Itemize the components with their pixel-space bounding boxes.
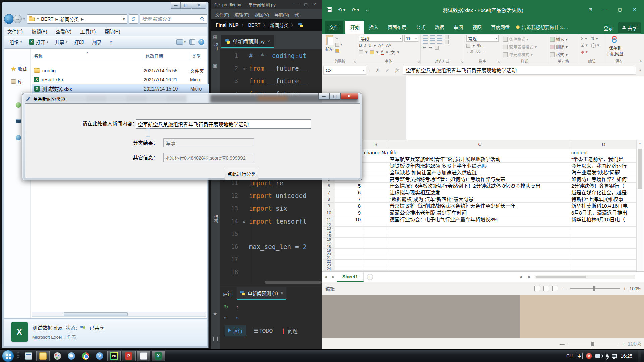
column-header-name[interactable]: 名称 ▴ [31, 51, 143, 60]
formula-input[interactable]: 空军航空兵某旅组织青年飞行员开展现地教学活动 [403, 66, 636, 75]
vertical-scrollbar[interactable]: ▲ [636, 140, 643, 272]
close-button[interactable]: ✕ [340, 93, 358, 100]
sheet-prev-icon[interactable]: ◀ [322, 275, 329, 279]
cell-a[interactable] [335, 256, 363, 259]
search-icon[interactable] [200, 17, 205, 21]
cell-b[interactable] [363, 196, 388, 202]
hscroll-left-icon[interactable]: ◀ [517, 275, 524, 279]
increase-font-icon[interactable]: A˄ [378, 43, 384, 48]
cell-d[interactable] [570, 230, 636, 234]
cell-a[interactable]: 9 [335, 209, 363, 216]
redo-icon[interactable]: ⟳ ▾ [352, 7, 360, 12]
login-button[interactable]: 登录 [604, 24, 613, 31]
delete-cells-button[interactable]: 删除 ▾ [550, 44, 568, 50]
cell-d[interactable]: “常香玉老前辈，我们是 [570, 156, 636, 162]
cell-a[interactable] [335, 245, 363, 248]
menu-item[interactable]: 编辑(E) [32, 28, 47, 35]
cell-a[interactable] [335, 230, 363, 234]
row-header[interactable]: 16 [323, 238, 335, 241]
excel-title-bar[interactable]: ⟲ ▾ ⟳ ▾ ⌄ 测试数据.xlsx - Excel(产品激活失败) ⊡ — … [322, 0, 644, 19]
cell-a[interactable] [335, 252, 363, 256]
cell-a[interactable] [335, 267, 363, 270]
tool-window-structure[interactable]: 结构 [213, 215, 219, 223]
bold-button[interactable]: B [359, 43, 362, 48]
cell-d[interactable] [570, 267, 636, 270]
file-row[interactable]: X result.xlsx 2021/7/14 16:21 Micro [32, 75, 209, 84]
pycharm-menu-item[interactable]: 代 [294, 11, 299, 18]
row-header[interactable]: 7 [323, 189, 335, 196]
cell-a[interactable]: 10 [335, 216, 363, 223]
cell-b[interactable] [363, 260, 388, 263]
cell-b[interactable] [363, 234, 388, 237]
forward-button[interactable]: → [13, 15, 22, 23]
cell-a[interactable] [335, 249, 363, 252]
tk-classifier-icon[interactable] [137, 351, 150, 361]
ribbon-tab[interactable]: 审阅 [449, 21, 468, 34]
cell-c[interactable]: 什么情况？6连板次新银行轰然倒下！2分钟就跌停 8亿资金排队卖出 [388, 183, 570, 189]
cell-b[interactable] [363, 156, 388, 162]
cell-c[interactable] [388, 249, 570, 252]
horizontal-scrollbar[interactable] [32, 312, 206, 317]
sidebar-item-libraries[interactable]: 库 [11, 78, 22, 85]
file-explorer-icon[interactable] [36, 351, 50, 361]
wrap-text-icon[interactable] [435, 46, 439, 50]
menu-item[interactable]: 帮助(H) [104, 28, 120, 35]
chrome-icon[interactable] [79, 351, 92, 361]
row-header[interactable]: 19 [323, 249, 335, 252]
browser-quark-icon[interactable] [65, 351, 78, 361]
row-header[interactable]: 9 [323, 203, 335, 209]
close-button[interactable]: ✕ [627, 3, 642, 16]
cell-c[interactable] [388, 227, 570, 230]
format-cells-button[interactable]: 格式 ▾ [550, 52, 568, 57]
row-header[interactable]: 20 [323, 252, 335, 256]
help-button[interactable]: ? [198, 39, 204, 45]
pycharm-window-controls[interactable]: — ▢ ✕ [294, 2, 319, 7]
menu-item[interactable]: 文件(F) [7, 28, 23, 35]
cell-b[interactable] [363, 252, 388, 256]
enter-icon[interactable]: ✓ [383, 68, 391, 73]
news-content-input[interactable]: 空军航空兵某旅组织青年飞行员开展现地教学活动 [136, 119, 311, 129]
cell-d[interactable] [570, 256, 636, 259]
zoom-in-icon[interactable]: + [622, 341, 624, 347]
column-header[interactable]: D [570, 140, 636, 149]
formula-bar-expanded-area[interactable] [406, 76, 636, 140]
zoom-level[interactable]: 100% [629, 286, 641, 291]
cell-c[interactable]: 德国行业协会：电子电气行业产量今年将增长8% [388, 216, 570, 223]
percent-icon[interactable]: % [477, 43, 481, 48]
pycharm-menu-item[interactable]: 导航(N) [274, 11, 289, 18]
battery-icon[interactable] [595, 354, 602, 358]
cell-c[interactable]: 钢铁板块年内涨超26% 多股上半年业绩亮眼 [388, 163, 570, 169]
cell-a[interactable]: 5 [335, 183, 363, 189]
history-dropdown-icon[interactable]: ▾ [23, 17, 25, 21]
cell-a[interactable] [335, 227, 363, 230]
cell-b[interactable] [363, 209, 388, 216]
cell-c[interactable] [388, 234, 570, 237]
phonetic-icon[interactable]: 文 [390, 49, 395, 55]
editor-tab[interactable]: 单新闻预测.py × [221, 35, 274, 48]
cell-d[interactable] [570, 249, 636, 252]
align-right-icon[interactable] [437, 40, 442, 44]
maximize-button[interactable]: ▢ [181, 2, 191, 9]
cell-d[interactable]: 特斯拉“上海车展维权事 [570, 196, 636, 202]
cell-c[interactable] [388, 256, 570, 259]
cell-c[interactable] [388, 230, 570, 234]
cell-a[interactable]: 6 [335, 189, 363, 196]
cell-d[interactable]: 今年以来，我国经济运行 [570, 163, 636, 169]
change-view-button[interactable]: ▾ [176, 39, 186, 45]
cell-b[interactable] [363, 249, 388, 252]
cell-b[interactable]: channelName [363, 149, 388, 156]
undo-icon[interactable]: ⟲ ▾ [338, 7, 346, 12]
cell-c[interactable] [388, 252, 570, 256]
maximize-button[interactable]: ▢ [612, 3, 627, 16]
cell-b[interactable] [363, 189, 388, 196]
cell-d[interactable]: 6月8日讯，滴滴近日推出 [570, 209, 636, 216]
cell-b[interactable] [363, 227, 388, 230]
orientation-icon[interactable] [445, 35, 449, 39]
qat-customize-icon[interactable]: ⌄ [365, 7, 369, 12]
merge-center-icon[interactable] [445, 40, 449, 44]
format-painter-button[interactable] [335, 48, 345, 53]
up-stacktrace-icon[interactable]: ↑ [236, 304, 239, 310]
cell-b[interactable] [363, 256, 388, 259]
favorites-strip-icon[interactable]: ★ [213, 311, 217, 316]
row-header[interactable]: 24 [323, 267, 335, 270]
